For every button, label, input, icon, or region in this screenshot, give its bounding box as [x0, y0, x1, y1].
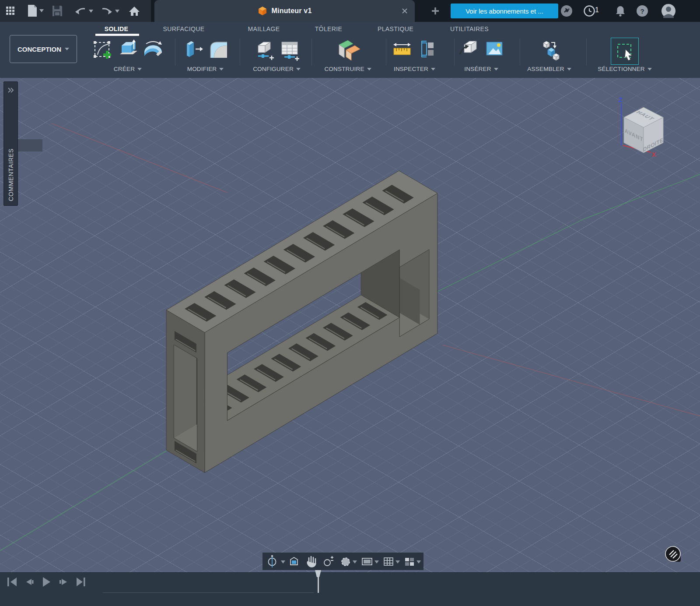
display-dropdown-caret-icon[interactable]	[374, 560, 379, 564]
chevron-down-icon	[367, 68, 371, 70]
timeline-playhead[interactable]	[312, 570, 324, 595]
viewport-3d[interactable]	[0, 78, 700, 606]
help-icon[interactable]: ?	[637, 5, 648, 17]
group-label-assemble[interactable]: ASSEMBLER	[527, 66, 571, 72]
ribbon-tab-surfacique[interactable]: SURFACIQUE	[163, 25, 204, 32]
timeline-go-to-start-icon[interactable]	[7, 578, 17, 586]
group-label-inspect[interactable]: INSPECTER	[394, 66, 435, 72]
new-tab-icon[interactable]	[430, 6, 440, 16]
assemble-icon[interactable]	[538, 38, 561, 62]
redo-icon[interactable]	[102, 9, 119, 14]
chevron-down-icon	[648, 68, 652, 70]
timeline-step-back-icon[interactable]	[26, 579, 34, 585]
group-create: CRÉER	[87, 38, 169, 72]
group-select: SÉLECTIONNER	[598, 38, 651, 72]
divider	[312, 39, 312, 66]
group-label-create[interactable]: CRÉER	[114, 66, 142, 72]
divider	[240, 39, 240, 66]
divider	[454, 39, 455, 66]
expand-panel-icon[interactable]	[6, 85, 16, 95]
display-settings-icon[interactable]	[362, 558, 372, 565]
insert-import-icon[interactable]	[457, 38, 480, 62]
avatar[interactable]	[661, 4, 676, 18]
quick-access-toolbar	[0, 0, 151, 22]
feedback-bubble-icon[interactable]	[664, 545, 682, 563]
comments-panel-label: COMMENTAIRES	[7, 148, 14, 201]
press-pull-icon[interactable]	[182, 38, 204, 62]
group-label-modify[interactable]: MODIFIER	[187, 66, 224, 72]
select-icon	[613, 40, 636, 63]
x-axis-label: X	[652, 151, 656, 158]
create-sketch-icon[interactable]	[91, 38, 114, 62]
view-cube[interactable]: HAUT AVANT DROITE Z X	[608, 88, 696, 164]
group-label-insert[interactable]: INSÉRER	[464, 66, 498, 72]
chevron-down-icon	[137, 68, 142, 70]
configure-table-icon[interactable]	[278, 38, 301, 62]
construct-plane-icon[interactable]	[335, 38, 361, 62]
divider	[386, 39, 386, 66]
zoom-icon[interactable]	[324, 556, 333, 566]
view-navigation-bar	[262, 553, 424, 570]
section-analysis-icon[interactable]	[416, 38, 439, 62]
tab-close-icon[interactable]	[401, 7, 409, 15]
timeline-go-to-end-icon[interactable]	[77, 578, 85, 586]
chevron-down-icon	[296, 68, 301, 70]
job-status-clock-icon[interactable]	[583, 5, 595, 17]
insert-image-icon[interactable]	[483, 38, 505, 62]
save-icon[interactable]	[52, 6, 62, 16]
timeline-step-forward-icon[interactable]	[60, 579, 67, 585]
fit-dropdown-caret-icon[interactable]	[353, 560, 357, 564]
subscribe-button[interactable]: Voir les abonnements et ...	[451, 4, 558, 18]
ribbon-tab-utilitaires[interactable]: UTILITAIRES	[450, 25, 489, 32]
job-count-badge: 1	[595, 6, 599, 14]
look-at-icon[interactable]	[290, 557, 298, 565]
group-assemble: ASSEMBLER	[524, 38, 574, 72]
group-modify: MODIFIER	[176, 38, 235, 72]
active-tab-underline	[95, 34, 139, 36]
configure-component-icon[interactable]	[253, 38, 276, 62]
app-grid-icon[interactable]	[6, 7, 14, 15]
group-inspect: INSPECTER	[387, 38, 442, 72]
document-tab[interactable]: Minuteur v1	[154, 0, 415, 22]
ribbon-tab-maillage[interactable]: MAILLAGE	[248, 25, 280, 32]
revolve-icon[interactable]	[142, 38, 164, 62]
ribbon-tab-tolerie[interactable]: TÔLERIE	[315, 25, 343, 32]
fit-view-icon[interactable]	[342, 558, 350, 566]
fillet-icon[interactable]	[207, 38, 230, 62]
hidden-tooltip-remnant	[16, 139, 42, 152]
ribbon: SOLIDE SURFACIQUE MAILLAGE TÔLERIE PLAST…	[0, 22, 700, 78]
divider	[175, 39, 175, 66]
group-construct: CONSTRUIRE	[326, 38, 370, 72]
chevron-down-icon	[567, 68, 571, 70]
group-label-configure[interactable]: CONFIGURER	[253, 66, 301, 72]
group-label-construct[interactable]: CONSTRUIRE	[324, 66, 371, 72]
workspace-selector[interactable]: CONCEPTION	[10, 35, 77, 63]
viewports-icon[interactable]	[405, 558, 414, 566]
pan-hand-icon[interactable]	[307, 557, 316, 567]
chevron-down-icon	[431, 68, 435, 70]
notifications-bell-icon[interactable]	[614, 4, 626, 18]
chevron-down-icon	[65, 48, 69, 50]
undo-icon[interactable]	[75, 9, 93, 14]
timeline-play-icon[interactable]	[43, 577, 50, 587]
viewports-dropdown-caret-icon[interactable]	[416, 560, 421, 564]
extensions-icon[interactable]	[560, 5, 573, 17]
workspace-label: CONCEPTION	[18, 46, 61, 53]
grid-dropdown-caret-icon[interactable]	[396, 560, 400, 564]
select-tool-active[interactable]	[611, 38, 639, 65]
orbit-icon[interactable]	[269, 555, 276, 567]
file-icon[interactable]	[28, 5, 44, 17]
group-label-select[interactable]: SÉLECTIONNER	[598, 66, 651, 72]
measure-icon[interactable]	[391, 38, 413, 62]
document-cube-icon	[258, 6, 267, 16]
comments-panel[interactable]: COMMENTAIRES	[4, 81, 18, 206]
ribbon-tab-plastique[interactable]: PLASTIQUE	[378, 25, 413, 32]
divider	[520, 39, 520, 66]
ribbon-tab-solide[interactable]: SOLIDE	[105, 25, 129, 32]
orbit-dropdown-caret-icon[interactable]	[281, 560, 285, 564]
grid-snap-icon[interactable]	[384, 558, 393, 565]
quick-access-icons	[0, 0, 149, 22]
extrude-icon[interactable]	[116, 38, 139, 62]
timeline-bar: ⚙	[0, 572, 700, 606]
home-icon[interactable]	[129, 7, 140, 16]
